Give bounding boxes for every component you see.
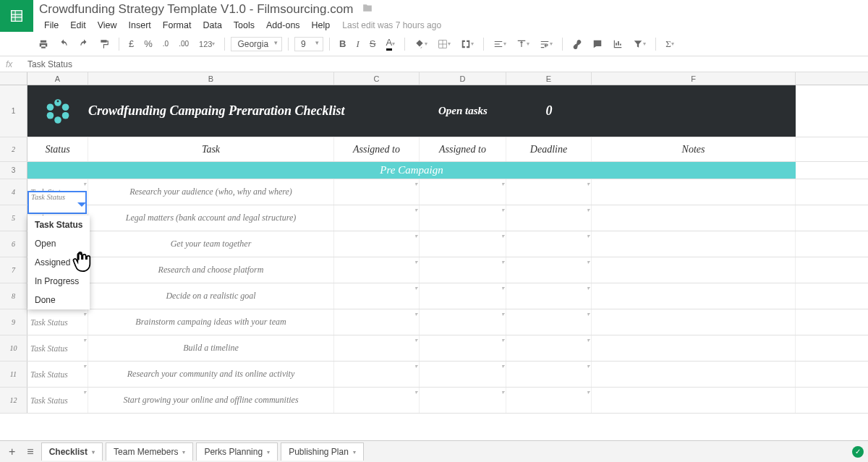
chevron-down-icon[interactable]: ▾ bbox=[587, 363, 590, 369]
col-header-a[interactable]: A bbox=[27, 72, 88, 85]
row-header[interactable]: 2 bbox=[0, 137, 27, 161]
cell-task[interactable]: Build a timeline bbox=[88, 335, 334, 361]
chevron-down-icon[interactable]: ▾ bbox=[587, 233, 590, 239]
menu-edit[interactable]: Edit bbox=[65, 18, 91, 33]
chevron-down-icon[interactable]: ▾ bbox=[414, 389, 417, 395]
folder-icon[interactable] bbox=[362, 2, 373, 17]
row-header[interactable]: 1 bbox=[0, 85, 27, 137]
currency-btn[interactable]: £ bbox=[125, 36, 137, 51]
cell-deadline[interactable]: ▾ bbox=[506, 335, 592, 361]
cell-assigned2[interactable]: ▾ bbox=[420, 362, 506, 387]
chevron-down-icon[interactable]: ▾ bbox=[501, 337, 504, 343]
menu-help[interactable]: Help bbox=[307, 18, 336, 33]
header-assigned1[interactable]: Assigned to bbox=[334, 137, 420, 161]
chevron-down-icon[interactable]: ▾ bbox=[414, 259, 417, 265]
chevron-down-icon[interactable]: ▾ bbox=[587, 337, 590, 343]
chevron-down-icon[interactable]: ▾ bbox=[414, 233, 417, 239]
col-header-b[interactable]: B bbox=[88, 72, 334, 85]
menu-format[interactable]: Format bbox=[158, 18, 197, 33]
dropdown-option-inprogress[interactable]: In Progress bbox=[27, 272, 90, 291]
chevron-down-icon[interactable]: ▾ bbox=[587, 181, 590, 187]
cell-assigned2[interactable]: ▾ bbox=[420, 309, 506, 335]
fill-color-btn[interactable] bbox=[411, 37, 431, 51]
chevron-down-icon[interactable] bbox=[77, 202, 86, 207]
cell-task[interactable]: Research your audience (who, why and whe… bbox=[88, 179, 334, 205]
doc-title[interactable]: Crowdfunding Strategy Template V1.0 - Fi… bbox=[39, 2, 353, 17]
borders-btn[interactable] bbox=[434, 37, 454, 51]
dropdown-option-open[interactable]: Open bbox=[27, 234, 90, 253]
cell-status[interactable]: Task Status▾ bbox=[27, 309, 88, 335]
chevron-down-icon[interactable]: ▾ bbox=[414, 337, 417, 343]
cell-deadline[interactable]: ▾ bbox=[506, 388, 592, 413]
wrap-btn[interactable] bbox=[536, 37, 556, 51]
cell-task[interactable]: Legal matters (bank account and legal st… bbox=[88, 205, 334, 231]
cell-status[interactable]: Task Status▾ bbox=[27, 335, 88, 361]
bold-btn[interactable]: B bbox=[336, 36, 349, 51]
chevron-down-icon[interactable]: ▾ bbox=[587, 259, 590, 265]
section-pre-campaign[interactable]: Pre Campaign bbox=[27, 162, 796, 179]
cell-assigned1[interactable]: ▾ bbox=[334, 388, 420, 413]
active-cell[interactable]: Task Status bbox=[27, 191, 87, 214]
cell-notes[interactable] bbox=[592, 231, 796, 257]
chevron-down-icon[interactable]: ▾ bbox=[501, 233, 504, 239]
chevron-down-icon[interactable]: ▾ bbox=[587, 311, 590, 317]
cell-assigned2[interactable]: ▾ bbox=[420, 283, 506, 309]
chevron-down-icon[interactable]: ▾ bbox=[414, 311, 417, 317]
chevron-down-icon[interactable]: ▾ bbox=[83, 337, 86, 343]
chevron-down-icon[interactable]: ▾ bbox=[414, 181, 417, 187]
font-family-select[interactable]: Georgia bbox=[231, 37, 282, 51]
header-status[interactable]: Status bbox=[27, 137, 88, 161]
cell-assigned1[interactable]: ▾ bbox=[334, 335, 420, 361]
chevron-down-icon[interactable]: ▾ bbox=[587, 285, 590, 291]
cell-status[interactable]: Task Status▾ bbox=[27, 388, 88, 413]
italic-btn[interactable]: I bbox=[353, 36, 363, 52]
comment-btn[interactable] bbox=[589, 37, 606, 51]
col-header-e[interactable]: E bbox=[506, 72, 592, 85]
row-header[interactable]: 12 bbox=[0, 388, 27, 413]
chevron-down-icon[interactable]: ▾ bbox=[587, 207, 590, 213]
strike-btn[interactable]: S bbox=[366, 36, 380, 51]
dec-increase-btn[interactable]: .00 bbox=[175, 38, 192, 50]
cell-deadline[interactable]: ▾ bbox=[506, 362, 592, 387]
cell-assigned1[interactable]: ▾ bbox=[334, 309, 420, 335]
row-header[interactable]: 5 bbox=[0, 205, 27, 231]
cell-deadline[interactable]: ▾ bbox=[506, 179, 592, 205]
dropdown-option-assigned[interactable]: Assigned bbox=[27, 253, 90, 272]
chevron-down-icon[interactable]: ▾ bbox=[501, 285, 504, 291]
row-header[interactable]: 4 bbox=[0, 179, 27, 205]
header-task[interactable]: Task bbox=[88, 137, 334, 161]
menu-view[interactable]: View bbox=[93, 18, 122, 33]
menu-data[interactable]: Data bbox=[197, 18, 226, 33]
cell-task[interactable]: Research and choose platform bbox=[88, 257, 334, 283]
functions-btn[interactable]: Σ bbox=[662, 36, 678, 52]
cell-assigned2[interactable]: ▾ bbox=[420, 231, 506, 257]
cell-notes[interactable] bbox=[592, 335, 796, 361]
merge-btn[interactable] bbox=[457, 37, 477, 51]
row-header[interactable]: 6 bbox=[0, 231, 27, 257]
cell-notes[interactable] bbox=[592, 388, 796, 413]
cell-status[interactable]: Task Status▾ bbox=[27, 362, 88, 387]
font-size-select[interactable]: 9 bbox=[294, 37, 323, 51]
chevron-down-icon[interactable]: ▾ bbox=[414, 207, 417, 213]
chart-btn[interactable] bbox=[609, 37, 626, 51]
cell-assigned2[interactable]: ▾ bbox=[420, 335, 506, 361]
chevron-down-icon[interactable]: ▾ bbox=[83, 389, 86, 395]
cell-assigned1[interactable]: ▾ bbox=[334, 257, 420, 283]
row-header[interactable]: 8 bbox=[0, 283, 27, 309]
filter-btn[interactable] bbox=[629, 37, 650, 51]
chevron-down-icon[interactable]: ▾ bbox=[587, 389, 590, 395]
row-header[interactable]: 11 bbox=[0, 362, 27, 387]
col-header-c[interactable]: C bbox=[334, 72, 420, 85]
header-assigned2[interactable]: Assigned to bbox=[420, 137, 506, 161]
chevron-down-icon[interactable]: ▾ bbox=[501, 259, 504, 265]
cell-assigned2[interactable]: ▾ bbox=[420, 179, 506, 205]
chevron-down-icon[interactable]: ▾ bbox=[501, 389, 504, 395]
cell-task[interactable]: Start growing your online and offline co… bbox=[88, 388, 334, 413]
col-header-f[interactable]: F bbox=[592, 72, 796, 85]
text-color-btn[interactable]: A bbox=[383, 35, 399, 53]
paint-format-icon[interactable] bbox=[95, 37, 113, 51]
cell-deadline[interactable]: ▾ bbox=[506, 231, 592, 257]
link-btn[interactable] bbox=[569, 37, 586, 51]
cell-notes[interactable] bbox=[592, 309, 796, 335]
header-notes[interactable]: Notes bbox=[592, 137, 796, 161]
